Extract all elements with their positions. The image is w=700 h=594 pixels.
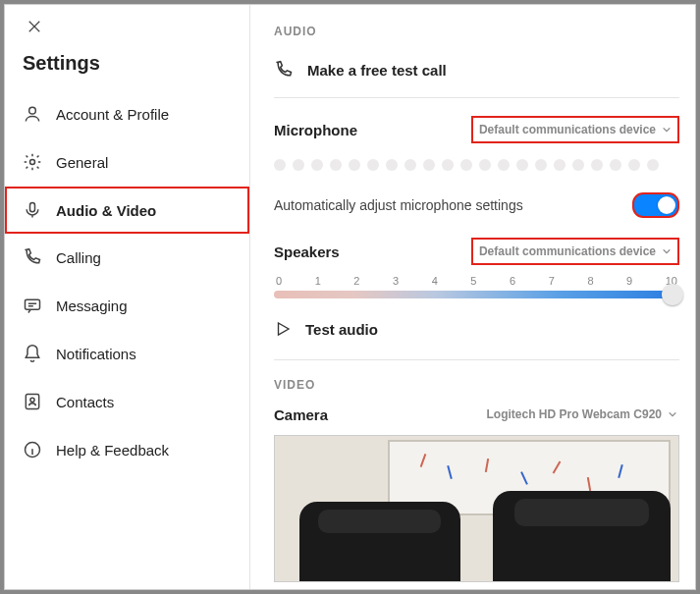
sidebar-item-label: Help & Feedback — [56, 442, 169, 459]
sidebar-header — [5, 5, 249, 38]
sidebar-item-help[interactable]: Help & Feedback — [5, 426, 249, 474]
auto-adjust-row: Automatically adjust microphone settings — [274, 177, 679, 238]
settings-window: Settings Account & Profile General Audio… — [4, 4, 696, 590]
chat-icon — [23, 296, 42, 315]
speakers-row: Speakers Default communications device — [274, 238, 679, 265]
test-call-button[interactable]: Make a free test call — [274, 50, 679, 89]
sidebar-item-label: General — [56, 154, 108, 171]
speakers-dropdown[interactable]: Default communications device — [471, 238, 679, 265]
microphone-selected-value: Default communications device — [479, 123, 656, 136]
camera-preview — [274, 435, 679, 582]
test-audio-label: Test audio — [305, 321, 378, 338]
sidebar-item-label: Messaging — [56, 297, 128, 314]
microphone-dropdown[interactable]: Default communications device — [471, 116, 679, 143]
play-icon — [274, 320, 292, 338]
phone-icon — [23, 247, 42, 267]
close-button[interactable] — [23, 15, 46, 38]
microphone-row: Microphone Default communications device — [274, 116, 679, 143]
sidebar-item-label: Audio & Video — [56, 202, 156, 219]
sidebar-item-audio-video[interactable]: Audio & Video — [5, 187, 249, 234]
phone-outline-icon — [274, 60, 294, 80]
camera-label: Camera — [274, 406, 328, 423]
speaker-thumb[interactable] — [662, 284, 683, 305]
speakers-selected-value: Default communications device — [479, 244, 656, 258]
close-icon — [27, 20, 41, 33]
microphone-icon — [23, 200, 42, 220]
speaker-volume-slider[interactable]: 0 1 2 3 4 5 6 7 8 9 10 — [274, 275, 679, 298]
page-title: Settings — [5, 38, 249, 90]
sidebar-item-general[interactable]: General — [5, 138, 249, 187]
sidebar-nav: Account & Profile General Audio & Video … — [5, 90, 249, 474]
person-icon — [23, 104, 42, 124]
sidebar-item-label: Notifications — [56, 346, 136, 362]
chevron-down-icon — [662, 125, 672, 135]
bell-icon — [23, 344, 42, 363]
video-section-label: VIDEO — [274, 378, 679, 392]
chevron-down-icon — [668, 409, 677, 419]
speaker-track — [274, 291, 679, 298]
sidebar-item-calling[interactable]: Calling — [5, 234, 249, 282]
sidebar-item-contacts[interactable]: Contacts — [5, 378, 249, 426]
chevron-down-icon — [662, 246, 672, 256]
sidebar-item-notifications[interactable]: Notifications — [5, 330, 249, 378]
camera-dropdown[interactable]: Logitech HD Pro Webcam C920 — [485, 404, 680, 425]
svg-rect-3 — [26, 299, 40, 309]
speakers-label: Speakers — [274, 243, 340, 260]
sidebar-item-label: Contacts — [56, 394, 114, 410]
test-audio-button[interactable]: Test audio — [274, 298, 679, 351]
sidebar: Settings Account & Profile General Audio… — [5, 5, 250, 589]
info-icon — [23, 440, 42, 459]
gear-icon — [23, 152, 42, 172]
test-call-label: Make a free test call — [307, 62, 447, 79]
svg-point-1 — [30, 160, 35, 165]
svg-point-5 — [30, 398, 34, 402]
divider — [274, 97, 679, 98]
sidebar-item-label: Account & Profile — [56, 106, 169, 123]
contacts-icon — [23, 392, 42, 411]
sidebar-item-account[interactable]: Account & Profile — [5, 90, 249, 138]
camera-row: Camera Logitech HD Pro Webcam C920 — [274, 404, 679, 425]
speaker-scale-ticks: 0 1 2 3 4 5 6 7 8 9 10 — [274, 275, 679, 287]
audio-section-label: AUDIO — [274, 25, 679, 38]
svg-rect-2 — [30, 203, 35, 212]
main-panel: AUDIO Make a free test call Microphone D… — [250, 5, 695, 589]
microphone-label: Microphone — [274, 122, 357, 138]
auto-adjust-toggle[interactable] — [632, 192, 679, 218]
sidebar-item-messaging[interactable]: Messaging — [5, 282, 249, 330]
auto-adjust-label: Automatically adjust microphone settings — [274, 197, 523, 213]
sidebar-item-label: Calling — [56, 249, 101, 266]
camera-selected-value: Logitech HD Pro Webcam C920 — [487, 407, 663, 421]
svg-point-0 — [29, 107, 36, 114]
microphone-level-meter — [274, 153, 679, 177]
divider — [274, 359, 679, 360]
